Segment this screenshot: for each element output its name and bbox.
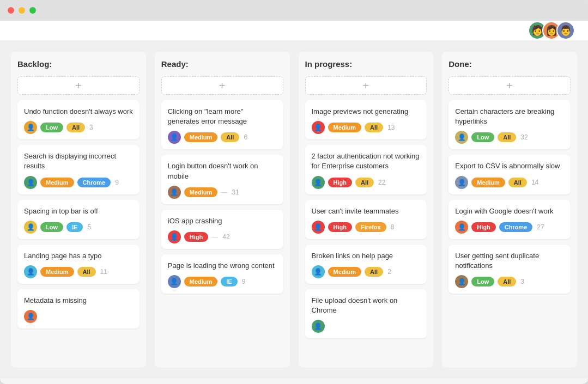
- card-footer: 👤: [312, 320, 421, 333]
- card-title: Page is loading the wrong content: [168, 261, 277, 271]
- card-title: Search is displaying incorrect results: [24, 151, 133, 171]
- tag-high: High: [184, 232, 208, 242]
- card-footer: 👤: [24, 310, 133, 323]
- card-footer: 👤LowAll3: [455, 275, 564, 288]
- tag-medium: Medium: [184, 187, 218, 197]
- card-title: Clicking on "learn more" generates error…: [168, 107, 277, 126]
- tag-firefox: Firefox: [355, 222, 386, 232]
- card-avatar: 👤: [312, 121, 325, 134]
- card-title: iOS app crashing: [168, 216, 277, 226]
- card-footer: 👤LowAll32: [455, 131, 564, 144]
- tag-all: All: [355, 178, 374, 187]
- card-avatar: 👤: [24, 310, 37, 323]
- tag-medium: Medium: [40, 178, 74, 187]
- add-card-button-ready[interactable]: +: [161, 76, 283, 95]
- card-title: 2 factor authentication not working for …: [312, 151, 421, 171]
- tag-low: Low: [40, 123, 63, 132]
- app-header: 🧑 👩 👨: [0, 21, 588, 41]
- card-footer: 👤HighChrome27: [455, 221, 564, 234]
- card-avatar: 👤: [168, 275, 181, 288]
- card: Export to CSV is abnormally slow👤MediumA…: [448, 155, 571, 194]
- card-footer: 👤MediumAll11: [24, 265, 133, 278]
- tag-low: Low: [471, 277, 494, 287]
- column-header-done: Done:: [448, 59, 571, 69]
- column-header-in-progress: In progress:: [305, 59, 427, 69]
- card-avatar: 👤: [312, 221, 325, 234]
- card-footer: 👤High—42: [168, 230, 277, 243]
- tag-high: High: [471, 222, 495, 232]
- card-title: Broken links on help page: [312, 251, 421, 261]
- card-footer: 👤Medium—31: [168, 186, 277, 199]
- card: User getting sent duplicate notification…: [448, 245, 571, 294]
- card-count: 9: [242, 278, 246, 285]
- card-title: User can't invite teammates: [312, 206, 421, 216]
- tag-all: All: [66, 123, 85, 132]
- card-title: Landing page has a typo: [24, 251, 133, 261]
- card: Login with Google doesn't work👤HighChrom…: [448, 200, 571, 239]
- card-avatar: 👤: [24, 176, 37, 189]
- card-title: Spacing in top bar is off: [24, 206, 133, 216]
- tag-all: All: [508, 178, 527, 187]
- card: Search is displaying incorrect results👤M…: [17, 145, 140, 194]
- card-count: 14: [531, 179, 538, 186]
- card-footer: 👤MediumAll14: [455, 176, 564, 189]
- tag-ie: IE: [66, 222, 83, 232]
- card-avatar: 👤: [24, 265, 37, 278]
- column-backlog: Backlog:+Undo function doesn't always wo…: [11, 52, 146, 368]
- tag-medium: Medium: [184, 277, 218, 287]
- card-footer: 👤LowIE5: [24, 221, 133, 234]
- minimize-dot[interactable]: [19, 7, 25, 14]
- app-body: 🧑 👩 👨 Backlog:+Undo function doesn't alw…: [0, 21, 588, 379]
- card: Login button doesn't work on mobile👤Medi…: [161, 155, 283, 204]
- card-footer: 👤MediumAll2: [312, 265, 421, 278]
- card: Spacing in top bar is off👤LowIE5: [17, 200, 140, 239]
- card-footer: 👤LowAll3: [24, 121, 133, 134]
- card: Image previews not generating👤MediumAll1…: [305, 100, 427, 139]
- card: Certain characters are breaking hyperlin…: [448, 100, 571, 149]
- add-card-button-in-progress[interactable]: +: [305, 76, 427, 95]
- card-avatar: 👤: [168, 186, 181, 199]
- maximize-dot[interactable]: [29, 7, 36, 14]
- card: File upload doesn't work on Chrome👤: [305, 289, 427, 338]
- tag-chrome: Chrome: [77, 178, 111, 187]
- card-count: 5: [87, 223, 91, 231]
- card-count: 22: [378, 179, 385, 186]
- tag-low: Low: [471, 132, 494, 142]
- card-count: 13: [387, 124, 395, 131]
- tag-low: Low: [40, 222, 63, 232]
- card-footer: 👤MediumChrome9: [24, 176, 133, 189]
- card-footer: 👤HighAll22: [312, 176, 421, 189]
- card-avatar: 👤: [312, 320, 325, 333]
- avatar: 👨: [556, 21, 575, 40]
- card-title: Login with Google doesn't work: [455, 206, 564, 216]
- add-card-button-done[interactable]: +: [448, 76, 571, 95]
- card-avatar: 👤: [168, 131, 181, 144]
- titlebar: [0, 0, 588, 21]
- card-footer: 👤MediumIE9: [168, 275, 277, 288]
- tag-chrome: Chrome: [499, 222, 533, 232]
- card-footer: 👤MediumAll13: [312, 121, 421, 134]
- add-card-button-backlog[interactable]: +: [17, 76, 140, 95]
- card: iOS app crashing👤High—42: [161, 210, 283, 249]
- card-count: 9: [115, 179, 119, 186]
- card-footer: 👤HighFirefox8: [312, 221, 421, 234]
- tag-all: All: [498, 277, 516, 287]
- card: User can't invite teammates👤HighFirefox8: [305, 200, 427, 239]
- card-avatar: 👤: [312, 265, 325, 278]
- card-avatar: 👤: [312, 176, 325, 189]
- card-avatar: 👤: [455, 131, 468, 144]
- column-done: Done:+Certain characters are breaking hy…: [442, 52, 577, 368]
- card-count: 27: [537, 223, 544, 231]
- tag-medium: Medium: [40, 267, 74, 277]
- card-avatar: 👤: [455, 221, 468, 234]
- card: Broken links on help page👤MediumAll2: [305, 245, 427, 284]
- card: 2 factor authentication not working for …: [305, 145, 427, 194]
- close-dot[interactable]: [8, 7, 14, 14]
- avatar-group: 🧑 👩 👨: [532, 21, 575, 40]
- card-dash: —: [211, 233, 218, 241]
- kanban-board: Backlog:+Undo function doesn't always wo…: [0, 41, 588, 379]
- card: Undo function doesn't always work👤LowAll…: [17, 100, 140, 139]
- card-count: 3: [89, 124, 93, 131]
- card: Landing page has a typo👤MediumAll11: [17, 245, 140, 284]
- card-avatar: 👤: [24, 221, 37, 234]
